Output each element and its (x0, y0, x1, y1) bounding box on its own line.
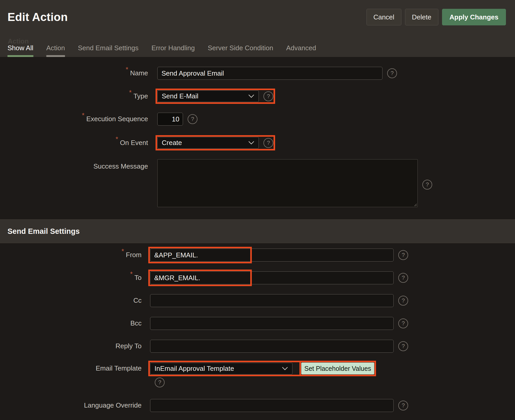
required-marker: * (121, 247, 124, 255)
on-event-label: *On Event (0, 139, 148, 147)
edit-action-dialog: Edit Action Cancel Delete Apply Changes … (0, 0, 515, 420)
cc-input[interactable] (150, 294, 394, 307)
cc-label: Cc (0, 296, 142, 305)
help-icon[interactable]: ? (263, 138, 273, 148)
help-icon[interactable]: ? (398, 318, 408, 328)
to-field-row: *To ? (0, 271, 515, 284)
section-title: Send Email Settings (8, 227, 80, 236)
help-icon[interactable]: ? (155, 378, 165, 387)
set-placeholder-values-button[interactable]: Set Placeholder Values (301, 363, 374, 374)
header-buttons: Cancel Delete Apply Changes (366, 9, 506, 25)
chevron-down-icon (248, 141, 254, 145)
help-icon[interactable]: ? (398, 341, 408, 351)
type-select[interactable]: Send E-Mail (157, 90, 259, 102)
help-icon[interactable]: ? (398, 273, 408, 283)
help-icon[interactable]: ? (398, 250, 408, 260)
tab-server-side-condition[interactable]: Server Side Condition (208, 39, 273, 57)
name-input[interactable] (157, 67, 382, 80)
email-template-help-row: ? (0, 374, 515, 387)
required-marker: * (126, 66, 128, 74)
email-template-label: Email Template (0, 364, 142, 372)
required-marker: * (129, 89, 132, 97)
type-select-value: Send E-Mail (162, 92, 198, 100)
type-field-row: *Type Send E-Mail ? (0, 90, 515, 102)
from-field-row: *From ? (0, 249, 515, 262)
send-email-settings-section-header: Send Email Settings (0, 219, 515, 243)
help-icon[interactable]: ? (188, 114, 197, 124)
execution-sequence-input[interactable] (157, 113, 183, 126)
bcc-input[interactable] (150, 317, 394, 330)
email-template-row: Email Template InEmail Approval Template… (0, 363, 515, 374)
to-input[interactable] (150, 271, 394, 284)
language-override-input[interactable] (150, 399, 394, 412)
success-message-row: Success Message ? (0, 159, 515, 208)
help-icon[interactable]: ? (398, 401, 408, 410)
email-template-select[interactable]: InEmail Approval Template (150, 363, 292, 374)
success-message-label: Success Message (0, 159, 148, 170)
delete-button[interactable]: Delete (405, 9, 438, 25)
bcc-field-row: Bcc ? (0, 317, 515, 330)
on-event-row: *On Event Create ? (0, 137, 515, 149)
reply-to-label: Reply To (0, 342, 142, 350)
dialog-header: Edit Action Cancel Delete Apply Changes (0, 0, 515, 39)
success-message-textarea[interactable] (157, 159, 418, 207)
execution-sequence-label: *Execution Sequence (0, 115, 148, 123)
execution-sequence-row: *Execution Sequence ? (0, 113, 515, 126)
required-marker: * (82, 111, 84, 119)
from-label: *From (0, 251, 142, 259)
tab-bar: Action Show All Action Send Email Settin… (0, 39, 515, 57)
tab-advanced[interactable]: Advanced (286, 39, 316, 57)
tab-error-handling[interactable]: Error Handling (151, 39, 195, 57)
on-event-select[interactable]: Create (157, 137, 259, 149)
bcc-label: Bcc (0, 319, 142, 327)
help-icon[interactable]: ? (387, 68, 397, 78)
reply-to-field-row: Reply To ? (0, 340, 515, 353)
reply-to-input[interactable] (150, 340, 394, 353)
type-label: *Type (0, 92, 148, 100)
from-input[interactable] (150, 249, 394, 262)
language-override-label: Language Override (0, 401, 142, 409)
tab-action[interactable]: Action (46, 39, 65, 57)
send-email-settings-section: *From ? *To ? Cc ? Bcc (0, 243, 515, 420)
page-title: Edit Action (8, 11, 68, 24)
on-event-select-value: Create (162, 139, 182, 147)
help-icon[interactable]: ? (398, 296, 408, 306)
name-label: *Name (0, 69, 148, 77)
help-icon[interactable]: ? (422, 180, 432, 190)
email-template-select-value: InEmail Approval Template (154, 365, 234, 373)
chevron-down-icon (248, 94, 254, 98)
apply-changes-button[interactable]: Apply Changes (442, 9, 506, 25)
required-marker: * (115, 135, 118, 143)
action-section: *Name ? *Type Send E-Mail ? *Execution (0, 57, 515, 208)
cancel-button[interactable]: Cancel (366, 9, 401, 25)
tab-show-all[interactable]: Show All (8, 39, 33, 57)
required-marker: * (130, 270, 133, 278)
name-field-row: *Name ? (0, 67, 515, 80)
to-label: *To (0, 274, 142, 282)
tab-send-email-settings[interactable]: Send Email Settings (78, 39, 138, 57)
help-icon[interactable]: ? (263, 91, 273, 101)
cc-field-row: Cc ? (0, 294, 515, 307)
chevron-down-icon (282, 367, 288, 371)
language-override-row: Language Override ? (0, 399, 515, 412)
